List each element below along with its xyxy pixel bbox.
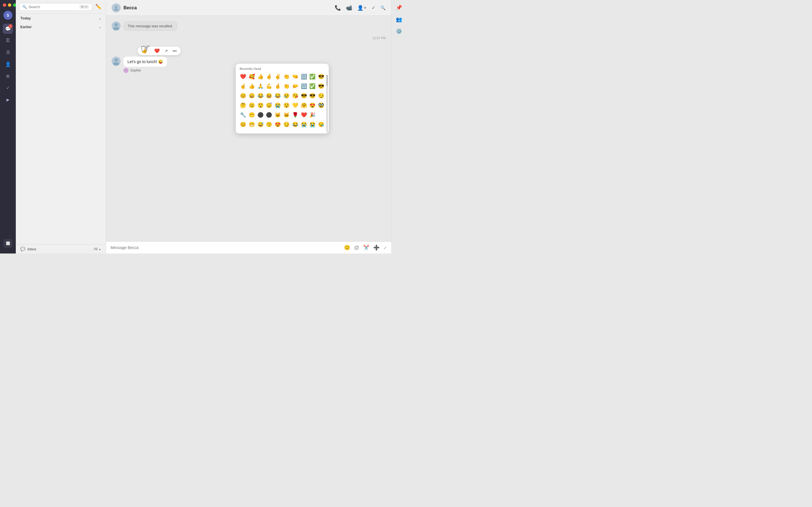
chat-input-field[interactable]: [110, 245, 341, 250]
group-button[interactable]: 👥: [396, 16, 402, 22]
emoji-r4-2[interactable]: 😐: [248, 101, 256, 109]
emoji-r3-2[interactable]: 😄: [248, 92, 256, 100]
emoji-r3-1[interactable]: 😊: [239, 92, 247, 100]
emoji-love[interactable]: 🥰: [248, 73, 256, 80]
emoji-r6-1[interactable]: 😊: [239, 121, 247, 128]
emoji-thumbsup[interactable]: 👍: [257, 73, 264, 80]
emoji-r3-3[interactable]: 😂: [257, 92, 264, 100]
emoji-r5-4[interactable]: ⚫: [265, 111, 273, 119]
emoji-r2-4[interactable]: 💪: [265, 82, 273, 90]
emoji-r3-5[interactable]: 😂: [274, 92, 282, 100]
emoji-r2-5[interactable]: 🤞: [274, 82, 282, 90]
emoji-r2-9[interactable]: ✅: [308, 82, 316, 90]
mention-button[interactable]: @: [354, 245, 359, 251]
emoji-r3-7[interactable]: 😘: [291, 92, 299, 100]
emoji-r2-1[interactable]: ☝️: [239, 82, 247, 90]
emoji-r3-4[interactable]: 😆: [265, 92, 273, 100]
emoji-r4-5[interactable]: 😭: [274, 101, 282, 109]
emoji-r6-10[interactable]: 😪: [317, 121, 325, 128]
add-button[interactable]: ➕: [373, 244, 379, 251]
emoji-r4-7[interactable]: 💛: [291, 101, 299, 109]
emoji-r6-2[interactable]: 😁: [248, 121, 256, 128]
section-earlier[interactable]: Earlier ⌄: [16, 22, 106, 31]
emoji-r4-9[interactable]: 😍: [308, 101, 316, 109]
emoji-r3-10[interactable]: 😏: [317, 92, 325, 100]
sidebar-item-video[interactable]: ▶: [3, 95, 13, 105]
emoji-r6-9[interactable]: 😭: [308, 121, 316, 128]
emoji-button[interactable]: 🙂: [344, 244, 350, 251]
emoji-r5-7[interactable]: 🌹: [291, 111, 299, 119]
emoji-r4-10[interactable]: 🥸: [317, 101, 325, 109]
sidebar-item-check[interactable]: ✓: [3, 83, 13, 93]
emoji-peace[interactable]: ✌️: [274, 73, 282, 80]
emoji-r6-7[interactable]: 😂: [291, 121, 299, 128]
video-call-button[interactable]: 📹: [346, 5, 352, 11]
sidebar-item-contacts[interactable]: 👤: [3, 59, 13, 69]
emoji-r5-9[interactable]: 🎉: [308, 111, 316, 119]
emoji-r5-8[interactable]: ❤️: [300, 111, 308, 119]
close-traffic-light[interactable]: [3, 3, 6, 7]
emoji-r5-6[interactable]: 🐱: [283, 111, 290, 119]
forward-reaction-btn[interactable]: ↗: [163, 48, 169, 54]
emoji-r3-6[interactable]: 😢: [283, 92, 290, 100]
emoji-done[interactable]: ✅: [308, 73, 316, 80]
emoji-r2-6[interactable]: 👏: [283, 82, 290, 90]
emoji-r2-8[interactable]: 🔢: [300, 82, 308, 90]
emoji-r4-1[interactable]: 🤔: [239, 101, 247, 109]
emoji-r6-5[interactable]: 😍: [274, 121, 282, 128]
call-button[interactable]: 📞: [335, 5, 341, 11]
search-input[interactable]: [29, 5, 78, 9]
emoji-r4-3[interactable]: 😲: [257, 101, 264, 109]
expand-button[interactable]: ⤢: [384, 245, 387, 251]
emoji-plus1[interactable]: 🔢: [300, 73, 308, 80]
emoji-r4-8[interactable]: 🤗: [300, 101, 308, 109]
emoji-r5-3[interactable]: ⚫: [257, 111, 264, 119]
sidebar-item-apps[interactable]: ⊞: [3, 71, 13, 81]
more-reaction-btn[interactable]: •••: [171, 48, 178, 54]
emoji-r3-9[interactable]: 😎: [308, 92, 316, 100]
sidebar-bottom-action[interactable]: ⬜: [3, 239, 12, 248]
emoji-clap[interactable]: 👏: [283, 73, 290, 80]
sidebar-item-messages[interactable]: 💬 7: [3, 24, 13, 34]
search-chat-button[interactable]: 🔍: [380, 5, 386, 10]
emoji-r6-3[interactable]: 😅: [257, 121, 264, 128]
emoji-r4-4[interactable]: 😴: [265, 101, 273, 109]
emoji-r6-4[interactable]: 😗: [265, 121, 273, 128]
emoji-picker-scrollbar[interactable]: [326, 75, 327, 132]
emoji-heart[interactable]: ❤️: [239, 73, 247, 80]
emoji-r2-10[interactable]: 😎: [317, 82, 325, 90]
add-person-button[interactable]: 👤+: [357, 5, 366, 11]
emoji-r5-2[interactable]: 😶: [248, 111, 256, 119]
sidebar-item-calendar[interactable]: 🗓: [3, 36, 13, 46]
emoji-fist[interactable]: 🤜: [291, 73, 299, 80]
sidebar-item-tasks[interactable]: ☰: [3, 47, 13, 57]
like-reaction-btn[interactable]: 👍: [140, 48, 148, 54]
emoji-fingers-crossed[interactable]: 🤞: [265, 73, 273, 80]
section-earlier-label: Earlier: [20, 25, 32, 29]
emoji-r5-1[interactable]: 🔧: [239, 111, 247, 119]
user-avatar[interactable]: S: [3, 11, 12, 20]
emoji-r6-8[interactable]: 😭: [300, 121, 308, 128]
emoji-r2-3[interactable]: 🙏: [257, 82, 264, 90]
pin-button[interactable]: 📌: [396, 4, 402, 11]
search-input-wrap[interactable]: 🔍 ⌘+K: [19, 3, 92, 11]
emoji-cool[interactable]: 😎: [317, 73, 325, 80]
compose-button[interactable]: ✏️: [94, 3, 102, 11]
minimize-traffic-light[interactable]: [8, 3, 11, 7]
done-button[interactable]: ✓: [371, 5, 375, 10]
inbox-all-filter[interactable]: All ▲: [94, 247, 101, 251]
emoji-r2-7[interactable]: 🤛: [291, 82, 299, 90]
emoji-r5-5[interactable]: 🐱: [274, 111, 282, 119]
emoji-row4: 🤔 😐 😲 😴 😭 😯 💛 🤗 😍 🥸: [239, 101, 325, 109]
scissors-button[interactable]: ✂️: [363, 244, 369, 251]
recalled-avatar: [112, 21, 121, 31]
section-today[interactable]: Today ⌄: [16, 14, 106, 22]
emoji-r2-2[interactable]: 👍: [248, 82, 256, 90]
heart-reaction-btn[interactable]: ❤️: [153, 48, 161, 54]
emoji-section-label: Recently Used: [239, 67, 325, 70]
emoji-r4-6[interactable]: 😯: [283, 101, 290, 109]
emoji-r3-8[interactable]: 😎: [300, 92, 308, 100]
emoji-r5-10[interactable]: [317, 111, 325, 119]
emoji-r6-6[interactable]: 😏: [283, 121, 290, 128]
settings-button[interactable]: ⚙️: [396, 28, 402, 34]
